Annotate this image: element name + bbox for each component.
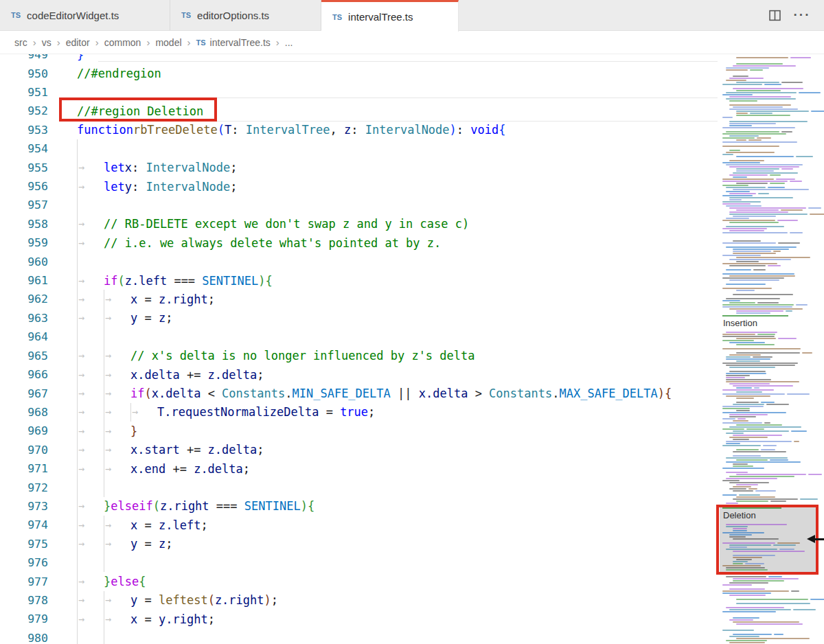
line-number[interactable]: 968 [0, 403, 60, 422]
line-number[interactable]: 960 [0, 252, 60, 271]
code-line[interactable]: 975→→y = z; [0, 535, 720, 553]
code-line[interactable]: 955→let x: IntervalNode; [0, 158, 720, 176]
code-line[interactable]: 972 [0, 478, 720, 496]
minimap-line-segment [754, 387, 759, 389]
code-line[interactable]: 959→// i.e. we always delete what's poin… [0, 233, 720, 252]
breadcrumb-item-ellipsis[interactable]: ... [285, 37, 293, 48]
line-number[interactable]: 972 [0, 478, 60, 496]
minimap-line-segment [729, 193, 756, 194]
line-number[interactable]: 953 [0, 121, 60, 139]
line-number[interactable]: 967 [0, 384, 60, 402]
line-number[interactable]: 975 [0, 535, 60, 553]
breadcrumb-item-common[interactable]: common [104, 37, 141, 48]
tab-editorOptions.ts[interactable]: TSeditorOptions.ts [170, 0, 321, 30]
code-line[interactable]: 962→→x = z.right; [0, 290, 720, 308]
minimap-line [722, 613, 812, 614]
minimap-line [722, 82, 812, 83]
minimap-line [722, 284, 812, 285]
line-number[interactable]: 978 [0, 591, 60, 610]
code-line[interactable]: 958→// RB-DELETE except we don't swap z … [0, 215, 720, 233]
line-number[interactable]: 956 [0, 177, 60, 196]
minimap-line [722, 222, 812, 223]
code-line[interactable]: 956→let y: IntervalNode; [0, 177, 720, 196]
code-line[interactable]: 960 [0, 252, 720, 271]
minimap-line-segment [810, 214, 824, 215]
tab-intervalTree.ts[interactable]: TSintervalTree.ts [321, 0, 459, 32]
code-line[interactable]: 980 [0, 629, 720, 644]
code-line[interactable]: 949} [0, 54, 720, 64]
code-line[interactable]: 976 [0, 553, 720, 572]
line-number[interactable]: 965 [0, 347, 60, 365]
code-token: , [330, 121, 344, 139]
minimap-line-segment [722, 300, 740, 301]
code-line[interactable]: 977→} else { [0, 572, 720, 590]
line-number[interactable]: 950 [0, 64, 60, 82]
code-line[interactable]: 970→→x.start += z.delta; [0, 441, 720, 459]
minimap-line [722, 617, 812, 619]
whitespace-tab-icon: → [77, 403, 104, 422]
line-number[interactable]: 961 [0, 271, 60, 290]
split-editor-button[interactable] [766, 7, 783, 23]
code-line[interactable]: 965→→// x's delta is no longer influence… [0, 347, 720, 365]
tab-codeEditorWidget.ts[interactable]: TScodeEditorWidget.ts [0, 0, 170, 30]
minimap-line-segment [790, 232, 803, 233]
code-line[interactable]: 971→→x.end += z.delta; [0, 459, 720, 478]
indent-guide [77, 629, 104, 644]
line-number[interactable]: 952 [0, 102, 60, 120]
minimap-line [722, 395, 812, 397]
line-number[interactable]: 959 [0, 233, 60, 252]
more-actions-button[interactable]: ··· [794, 7, 810, 23]
minimap-line [722, 486, 812, 487]
line-number[interactable]: 971 [0, 459, 60, 478]
code-token: = [137, 591, 159, 610]
code-line[interactable]: 973→} else if (z.right === SENTINEL) { [0, 497, 720, 516]
line-number[interactable]: 963 [0, 309, 60, 327]
code-line[interactable]: 964 [0, 327, 720, 346]
line-number[interactable]: 949 [0, 54, 60, 64]
breadcrumb-item-editor[interactable]: editor [66, 37, 90, 48]
line-number[interactable]: 966 [0, 365, 60, 384]
line-number[interactable]: 969 [0, 422, 60, 440]
minimap-line [722, 642, 812, 643]
breadcrumb-item-file[interactable]: TSintervalTree.ts [196, 37, 271, 48]
code-line[interactable]: 969→→} [0, 422, 720, 440]
code-line[interactable]: 963→→y = z; [0, 309, 720, 327]
breadcrumb-item-vs[interactable]: vs [42, 37, 52, 48]
code-line[interactable]: 954 [0, 139, 720, 158]
line-number[interactable]: 954 [0, 139, 60, 158]
code-line[interactable]: 957 [0, 196, 720, 214]
code-line[interactable]: 961→if (z.left === SENTINEL) { [0, 271, 720, 290]
breadcrumb-item-model[interactable]: model [155, 37, 181, 48]
code-token: || [391, 384, 419, 402]
minimap-line [722, 166, 812, 168]
line-number[interactable]: 951 [0, 83, 60, 102]
minimap-line-segment [733, 189, 809, 190]
line-number[interactable]: 955 [0, 158, 60, 176]
line-number[interactable]: 958 [0, 215, 60, 233]
code-line[interactable]: 979→→x = y.right; [0, 610, 720, 628]
code-line[interactable]: 966→→x.delta += z.delta; [0, 365, 720, 384]
line-number[interactable]: 976 [0, 553, 60, 572]
code-line-content: } [60, 54, 84, 64]
minimap-line-segment [733, 617, 759, 619]
line-number[interactable]: 979 [0, 610, 60, 628]
minimap-line [722, 472, 812, 473]
minimap-line-segment [736, 424, 782, 426]
line-number[interactable]: 962 [0, 290, 60, 308]
code-line[interactable]: 968→→→T.requestNormalizeDelta = true; [0, 403, 720, 422]
code-line[interactable]: 967→→if (x.delta < Constants.MIN_SAFE_DE… [0, 384, 720, 402]
code-line[interactable]: 974→→x = z.left; [0, 516, 720, 534]
minimap-line [722, 292, 812, 293]
line-number[interactable]: 970 [0, 441, 60, 459]
code-line[interactable]: 953function rbTreeDelete(T: IntervalTree… [0, 121, 720, 139]
line-number[interactable]: 977 [0, 572, 60, 590]
line-number[interactable]: 980 [0, 629, 60, 644]
code-line[interactable]: 950//#endregion [0, 64, 720, 82]
line-number[interactable]: 957 [0, 196, 60, 214]
code-line[interactable]: 978→→y = leftest(z.right); [0, 591, 720, 610]
line-number[interactable]: 964 [0, 327, 60, 346]
breadcrumb-item-src[interactable]: src [14, 37, 27, 48]
line-number[interactable]: 973 [0, 497, 60, 516]
line-number[interactable]: 974 [0, 516, 60, 534]
minimap-line [722, 597, 812, 598]
